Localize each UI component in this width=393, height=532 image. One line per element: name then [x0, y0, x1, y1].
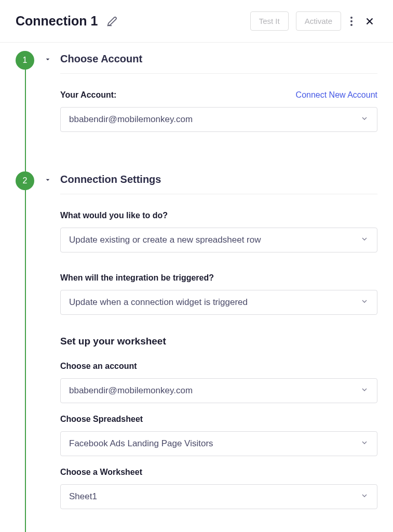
worksheet-setup-title: Set up your worksheet — [60, 336, 377, 347]
page-header: Connection 1 Test It Activate — [0, 0, 393, 43]
header-left: Connection 1 — [16, 14, 117, 29]
test-button[interactable]: Test It — [250, 11, 289, 31]
chevron-down-icon[interactable] — [44, 55, 52, 65]
kebab-menu-icon[interactable] — [348, 15, 355, 28]
step-number-badge: 1 — [16, 51, 34, 70]
action-select-value: Update existing or create a new spreadsh… — [69, 235, 261, 245]
choose-spreadsheet-label: Choose Spreadsheet — [60, 415, 143, 424]
worksheet-account-field: Choose an account bbabendir@mobilemonkey… — [60, 362, 377, 403]
field-label-row: Your Account: Connect New Account — [60, 90, 377, 100]
chevron-down-icon — [360, 385, 369, 396]
activate-button[interactable]: Activate — [296, 11, 341, 31]
field-label-row: Choose Spreadsheet — [60, 415, 377, 424]
action-label: What would you like to do? — [60, 211, 168, 220]
header-actions: Test It Activate — [250, 11, 377, 31]
choose-worksheet-label: Choose a Worksheet — [60, 468, 142, 477]
step-body: Your Account: Connect New Account bbaben… — [60, 73, 377, 174]
close-icon[interactable] — [362, 14, 377, 29]
step-choose-account: 1 Choose Account Your Account: Connect N… — [16, 53, 377, 174]
spreadsheet-field: Choose Spreadsheet Facebook Ads Landing … — [60, 415, 377, 456]
step-title: Choose Account — [60, 53, 142, 65]
trigger-label: When will the integration be triggered? — [60, 273, 214, 283]
field-label-row: When will the integration be triggered? — [60, 273, 377, 283]
trigger-select-value: Update when a connection widget is trigg… — [69, 297, 248, 308]
account-select-value: bbabendir@mobilemonkey.com — [69, 114, 193, 125]
field-label-row: What would you like to do? — [60, 211, 377, 220]
worksheet-account-select[interactable]: bbabendir@mobilemonkey.com — [60, 378, 377, 403]
spreadsheet-select[interactable]: Facebook Ads Landing Page Visitors — [60, 431, 377, 456]
chevron-down-icon — [360, 235, 369, 245]
chevron-down-icon — [360, 297, 369, 308]
steps-container: 1 Choose Account Your Account: Connect N… — [0, 43, 393, 532]
step-connector-line — [25, 69, 26, 174]
chevron-down-icon — [360, 491, 369, 502]
chevron-down-icon — [360, 114, 369, 125]
trigger-field: When will the integration be triggered? … — [60, 273, 377, 315]
step-title: Connection Settings — [60, 174, 161, 185]
trigger-select[interactable]: Update when a connection widget is trigg… — [60, 290, 377, 315]
worksheet-account-value: bbabendir@mobilemonkey.com — [69, 385, 193, 396]
spreadsheet-value: Facebook Ads Landing Page Visitors — [69, 438, 213, 449]
choose-account-label: Choose an account — [60, 362, 137, 371]
field-label-row: Choose an account — [60, 362, 377, 371]
step-connector-line — [25, 189, 26, 532]
account-field: Your Account: Connect New Account bbaben… — [60, 90, 377, 132]
step-number-badge: 2 — [16, 171, 34, 190]
worksheet-select[interactable]: Sheet1 — [60, 484, 377, 509]
worksheet-field: Choose a Worksheet Sheet1 — [60, 468, 377, 509]
action-select[interactable]: Update existing or create a new spreadsh… — [60, 228, 377, 252]
chevron-down-icon — [360, 438, 369, 449]
your-account-label: Your Account: — [60, 90, 116, 100]
connect-new-account-link[interactable]: Connect New Account — [296, 90, 377, 100]
chevron-down-icon[interactable] — [44, 176, 52, 186]
step-body: What would you like to do? Update existi… — [60, 194, 377, 532]
action-field: What would you like to do? Update existi… — [60, 211, 377, 252]
worksheet-value: Sheet1 — [69, 491, 97, 502]
step-header[interactable]: 1 Choose Account — [60, 53, 377, 73]
step-connection-settings: 2 Connection Settings What would you lik… — [16, 174, 377, 532]
field-label-row: Choose a Worksheet — [60, 468, 377, 477]
step-header[interactable]: 2 Connection Settings — [60, 174, 377, 194]
pencil-icon[interactable] — [107, 16, 117, 26]
account-select[interactable]: bbabendir@mobilemonkey.com — [60, 107, 377, 132]
page-title: Connection 1 — [16, 14, 98, 29]
